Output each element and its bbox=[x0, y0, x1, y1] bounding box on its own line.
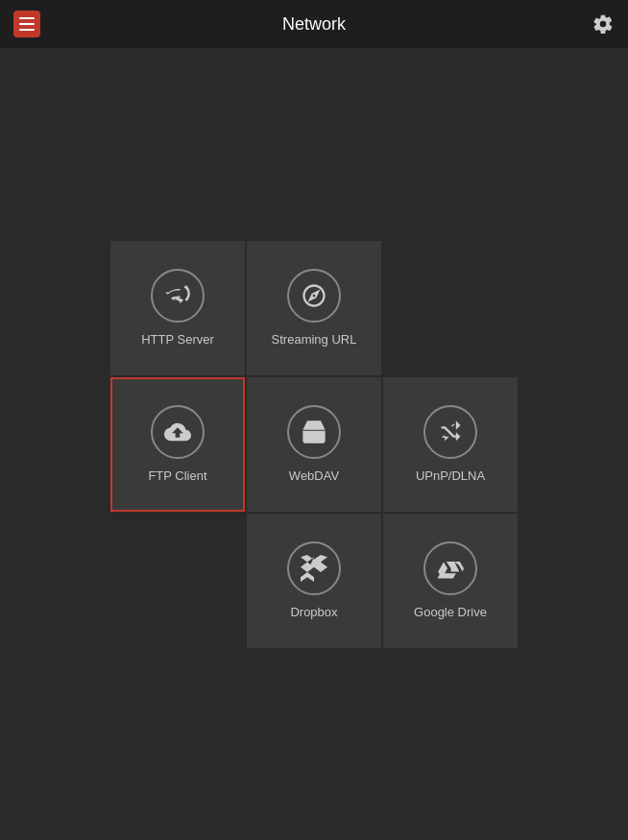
upnp-dlna-icon bbox=[423, 405, 477, 459]
menu-button[interactable] bbox=[13, 11, 40, 37]
grid-item-dropbox[interactable]: Dropbox bbox=[247, 514, 381, 648]
grid-item-webdav[interactable]: WebDAV bbox=[247, 377, 381, 512]
streaming-url-icon bbox=[287, 269, 341, 323]
google-drive-label: Google Drive bbox=[414, 605, 487, 620]
http-server-icon bbox=[151, 269, 205, 323]
page-title: Network bbox=[282, 14, 346, 35]
http-server-label: HTTP Server bbox=[141, 332, 214, 348]
webdav-label: WebDAV bbox=[289, 468, 339, 484]
main-content: HTTP Server Streaming URL FTP Client bbox=[0, 48, 628, 840]
webdav-icon bbox=[287, 405, 341, 459]
grid-item-http-server[interactable]: HTTP Server bbox=[110, 241, 245, 375]
ftp-client-label: FTP Client bbox=[148, 468, 206, 484]
upnp-dlna-label: UPnP/DLNA bbox=[416, 468, 485, 484]
dropbox-icon bbox=[287, 541, 341, 595]
grid-item-empty-2 bbox=[110, 514, 245, 648]
google-drive-icon bbox=[423, 541, 477, 595]
network-grid: HTTP Server Streaming URL FTP Client bbox=[110, 241, 518, 648]
grid-item-streaming-url[interactable]: Streaming URL bbox=[247, 241, 381, 375]
settings-button[interactable] bbox=[592, 12, 615, 36]
header: Network bbox=[0, 0, 628, 48]
ftp-client-icon bbox=[151, 405, 205, 459]
dropbox-label: Dropbox bbox=[290, 605, 337, 620]
streaming-url-label: Streaming URL bbox=[272, 332, 357, 348]
grid-item-google-drive[interactable]: Google Drive bbox=[383, 514, 518, 648]
grid-item-ftp-client[interactable]: FTP Client bbox=[110, 377, 245, 512]
grid-item-upnp-dlna[interactable]: UPnP/DLNA bbox=[383, 377, 518, 512]
grid-item-empty-1 bbox=[383, 241, 518, 375]
